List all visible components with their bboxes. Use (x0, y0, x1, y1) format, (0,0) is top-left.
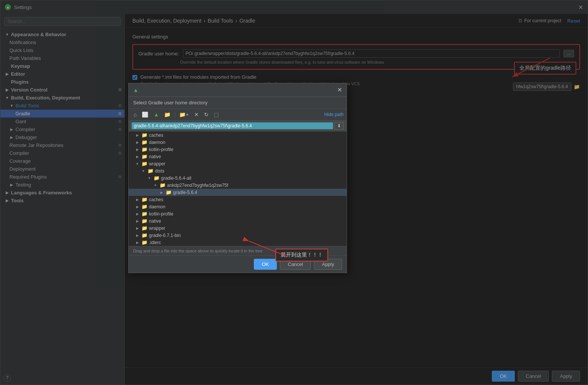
sidebar-item-build-exec[interactable]: ▼ Build, Execution, Deployment (0, 94, 124, 102)
gradle-home-input[interactable] (183, 49, 560, 58)
ok-button[interactable]: OK (492, 371, 515, 382)
tree-item-caches1[interactable]: ▶ 📁 caches (129, 131, 347, 139)
sidebar-bottom: ? (0, 371, 124, 385)
sidebar-item-coverage[interactable]: Coverage (0, 157, 124, 165)
project-button[interactable]: 📁 (162, 110, 172, 119)
sidebar-item-compiler[interactable]: ▶ Compiler ⧉ (0, 125, 124, 133)
home-button[interactable]: ⌂ (132, 110, 138, 119)
dialog-cancel-button[interactable]: Cancel (280, 259, 311, 270)
annotation-global: 全局配置的gradle路径 (514, 62, 576, 75)
dialog-toolbar: ⌂ ⬜ ▲ 📁 📁+ ✕ ↻ ⬚ Hide path (129, 109, 347, 121)
tree-item-caches2[interactable]: ▶ 📁 caches (129, 196, 347, 203)
expand-arrow-vc: ▶ (5, 88, 9, 92)
expand-tri: ▶ (135, 212, 140, 216)
refresh-button[interactable]: ↻ (202, 110, 210, 119)
folder-icon: 📁 (141, 161, 147, 167)
path-download-button[interactable]: ⬇ (335, 122, 344, 130)
sidebar-item-plugins[interactable]: Plugins (0, 78, 124, 86)
tree-item-wrapper1[interactable]: ▼ 📁 wrapper (129, 160, 347, 167)
sidebar-item-quick-lists[interactable]: Quick Lists (0, 46, 124, 54)
tree-item-kotlin2[interactable]: ▶ 📁 kotlin-profile (129, 210, 347, 217)
tree-item-native1[interactable]: ▶ 📁 native (129, 153, 347, 160)
right-panel: Build, Execution, Deployment › Build Too… (125, 14, 588, 385)
help-button[interactable]: ? (3, 374, 11, 382)
tree-item-gradle564all[interactable]: ▼ 📁 gradle-5.6.4-all (129, 174, 347, 182)
tree-item-gradle671[interactable]: ▶ 📁 gradle-6.7.1-bin (129, 232, 347, 239)
sidebar-item-required-plugins[interactable]: Required Plugins ⧉ (0, 173, 124, 181)
folder-icon: 📁 (147, 168, 154, 174)
search-input[interactable] (4, 17, 121, 26)
sidebar-item-gradle[interactable]: Gradle ⧉ (0, 110, 124, 118)
sidebar-item-editor[interactable]: ▶ Editor (0, 70, 124, 78)
vc-copy-icon: ⧉ (118, 87, 121, 92)
tree-item-daemon2[interactable]: ▶ 📁 daemon (129, 203, 347, 210)
hide-path-button[interactable]: Hide path (324, 112, 344, 117)
expand-tri: ▶ (135, 234, 140, 237)
sidebar-item-remote-jar[interactable]: Remote Jar Repositories ⧉ (0, 141, 124, 149)
expand-button[interactable]: ⬚ (212, 110, 221, 119)
expand-arrow-testing: ▶ (9, 183, 14, 187)
settings-content-area: General settings Gradle user home: ... O… (125, 28, 588, 367)
reset-button[interactable]: Reset (567, 18, 580, 24)
sidebar-item-appearance[interactable]: ▼ Appearance & Behavior (0, 31, 124, 38)
tree-item-ankdp[interactable]: ▼ 📁 ankdp27end7byghfw1q2sw75f (129, 182, 347, 189)
annotation-expand: 展开到这里！！！ (275, 249, 328, 261)
sidebar-item-testing[interactable]: ▶ Testing (0, 181, 124, 189)
expand-tri: ▼ (153, 183, 158, 187)
cancel-button[interactable]: Cancel (518, 371, 549, 382)
compiler2-copy-icon: ⧉ (118, 151, 121, 156)
sidebar-item-debugger[interactable]: ▶ Debugger (0, 133, 124, 141)
android-button[interactable]: ▲ (152, 110, 161, 119)
tree-item-dists[interactable]: ▼ 📁 dists (129, 167, 347, 174)
folder-icon: 📁 (160, 182, 166, 188)
dialog-apply-button[interactable]: Apply (314, 259, 342, 270)
sidebar-item-build-tools[interactable]: ▼ Build Tools ⧉ (0, 102, 124, 110)
expand-arrow-compiler: ▶ (9, 127, 14, 131)
tree-item-native2[interactable]: ▶ 📁 native (129, 217, 347, 225)
sidebar-item-deployment[interactable]: Deployment (0, 165, 124, 173)
dialog-ok-button[interactable]: OK (254, 259, 277, 270)
sidebar-item-keymap[interactable]: Keymap (0, 62, 124, 70)
desktop-button[interactable]: ⬜ (140, 110, 150, 119)
sidebar-tree: ▼ Appearance & Behavior Notifications Qu… (0, 29, 124, 371)
window-title: Settings (14, 5, 32, 10)
gradle-folder-btn[interactable]: 📁 (574, 84, 580, 90)
folder-icon: 📁 (166, 189, 172, 195)
path-input[interactable] (132, 122, 333, 129)
gradle-home-row: Gradle user home: ... (138, 49, 574, 58)
dialog-path-bar: ⬇ (129, 121, 347, 131)
sidebar-item-gant[interactable]: Gant ⧉ (0, 118, 124, 125)
dialog-bottom-hint: Drag and drop a file into the space abov… (129, 246, 347, 255)
sidebar-item-path-variables[interactable]: Path Variables (0, 54, 124, 62)
sidebar-item-notifications[interactable]: Notifications (0, 38, 124, 46)
bottom-bar: OK Cancel Apply (125, 367, 588, 385)
title-bar: ▲ Settings ✕ (0, 0, 588, 14)
folder-icon: 📁 (141, 232, 147, 238)
apply-button[interactable]: Apply (552, 371, 580, 382)
new-folder-button[interactable]: 📁+ (177, 110, 190, 119)
expand-arrow-debugger: ▶ (9, 135, 14, 139)
iml-checkbox[interactable] (132, 75, 137, 80)
expand-arrow-editor: ▶ (5, 72, 9, 76)
expand-tri: ▶ (135, 155, 140, 159)
breadcrumb-part3: Gradle (239, 18, 255, 24)
breadcrumb-sep1: › (204, 18, 206, 24)
sidebar-item-tools[interactable]: ▶ Tools (0, 197, 124, 205)
expand-tri: ▶ (135, 219, 140, 223)
tree-item-kotlin[interactable]: ▶ 📁 kotlin-profile (129, 146, 347, 153)
tree-item-idlerc[interactable]: ▶ 📁 .idlerc (129, 239, 347, 246)
tree-item-wrapper2[interactable]: ▶ 📁 wrapper (129, 225, 347, 232)
tree-item-gradle564[interactable]: ▶ 📁 gradle-5.6.4 (129, 189, 347, 196)
sidebar-item-languages[interactable]: ▶ Languages & Frameworks (0, 189, 124, 197)
section-title: General settings (132, 34, 580, 40)
delete-button[interactable]: ✕ (192, 110, 201, 119)
browse-button[interactable]: ... (563, 50, 574, 57)
sidebar-item-compiler2[interactable]: Compiler ⧉ (0, 149, 124, 157)
sidebar-item-version-control[interactable]: ▶ Version Control ⧉ (0, 86, 124, 94)
tree-item-daemon1[interactable]: ▶ 📁 daemon (129, 139, 347, 146)
svg-line-3 (249, 241, 287, 256)
folder-icon: 📁 (154, 175, 160, 181)
expand-tri: ▼ (147, 176, 152, 180)
bt-copy-icon: ⧉ (118, 103, 121, 108)
close-button[interactable]: ✕ (578, 4, 583, 11)
